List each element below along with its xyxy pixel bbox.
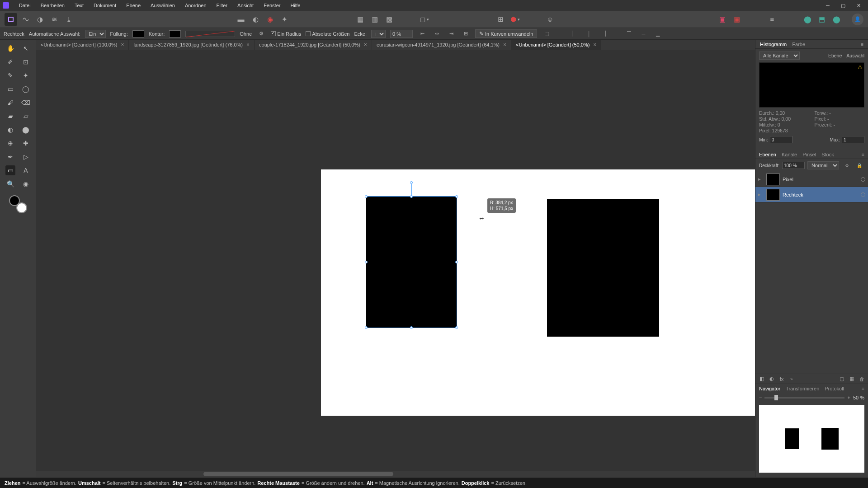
opacity-input[interactable] [782, 162, 805, 169]
layer-expand-icon[interactable]: ▸ [758, 192, 764, 197]
sync-icon[interactable]: ⬤ [801, 13, 814, 26]
align-left-icon[interactable]: ⇤ [417, 29, 427, 38]
assistant-icon[interactable]: ☺ [544, 13, 557, 26]
rotation-handle[interactable] [410, 181, 413, 184]
liquify-persona-icon[interactable] [19, 13, 32, 26]
account-avatar-icon[interactable]: 👤 [852, 14, 863, 25]
tab-histogram[interactable]: Histogramm [760, 42, 787, 47]
menu-auswählen[interactable]: Auswählen [146, 2, 179, 9]
crop-tool-icon[interactable]: ⊞ [494, 13, 507, 26]
horizontal-scrollbar[interactable] [36, 471, 755, 477]
close-tab-icon[interactable]: × [593, 42, 596, 48]
canvas-viewport[interactable]: B: 384,2 pxH: 571,5 px ⤢ [36, 50, 755, 471]
live-filter-icon[interactable]: ⌁ [788, 376, 795, 382]
valign-mid-icon[interactable]: ─ [638, 29, 648, 38]
halign-right-icon[interactable]: ▕ [599, 29, 609, 38]
delete-layer-icon[interactable]: 🗑 [858, 376, 865, 382]
autocolor-icon[interactable]: ◉ [264, 13, 276, 26]
order-front-icon[interactable]: ▣ [731, 13, 743, 26]
document-tab[interactable]: couple-1718244_1920.jpg [Geändert] (50,0… [255, 40, 372, 50]
zoom-slider[interactable] [764, 397, 844, 399]
zoom-tool-icon[interactable]: 🔍 [5, 179, 15, 189]
menu-ebene[interactable]: Ebene [122, 2, 145, 9]
convert-to-curves-button[interactable]: ✎In Kurven umwandeln [475, 29, 537, 38]
add-pixel-layer-icon[interactable]: ▦ [848, 376, 855, 382]
corner-value-input[interactable] [390, 30, 413, 38]
min-input[interactable] [770, 136, 793, 143]
layer-row[interactable]: ▸ Rechteck [755, 187, 868, 202]
selection-brush-icon[interactable]: ✎ [5, 70, 15, 80]
tab-transform[interactable]: Transformieren [786, 386, 819, 391]
autolevels-icon[interactable]: ▬ [235, 13, 247, 26]
order-back-icon[interactable]: ▣ [716, 13, 729, 26]
menu-bearbeiten[interactable]: Bearbeiten [36, 2, 69, 9]
tab-channels[interactable]: Kanäle [782, 152, 797, 157]
menu-fenster[interactable]: Fenster [259, 2, 285, 9]
menu-text[interactable]: Text [70, 2, 88, 9]
resize-handle-nw[interactable] [365, 195, 368, 198]
blend-mode-dropdown[interactable]: Normal [807, 161, 839, 169]
resize-handle-e[interactable] [455, 261, 458, 263]
color-picker-tool-icon[interactable]: ✐ [5, 57, 15, 67]
max-input[interactable] [842, 136, 864, 143]
stroke-width-slider[interactable] [185, 31, 235, 37]
pen-tool-icon[interactable]: ✒ [5, 152, 15, 162]
foreground-color-icon[interactable] [9, 195, 20, 206]
maximize-button[interactable]: ▢ [836, 1, 850, 10]
zoom-in-button[interactable]: + [847, 395, 850, 400]
menu-anordnen[interactable]: Anordnen [180, 2, 211, 9]
autoselect-dropdown[interactable]: Ein [85, 30, 106, 38]
hand-tool-icon[interactable]: ✋ [5, 43, 15, 53]
layer-visibility-toggle[interactable] [861, 192, 865, 197]
menu-filter[interactable]: Filter [212, 2, 232, 9]
develop-persona-icon[interactable]: ◑ [33, 13, 46, 26]
move-tool-icon[interactable]: ↖ [21, 43, 31, 53]
tab-color[interactable]: Farbe [792, 42, 805, 47]
eraser-tool-icon[interactable]: ⌫ [21, 98, 31, 108]
layer-expand-icon[interactable]: ▸ [758, 176, 764, 182]
tab-brushes[interactable]: Pinsel [802, 152, 816, 157]
export-persona-icon[interactable]: ⤓ [62, 13, 75, 26]
align-right-icon[interactable]: ⇥ [446, 29, 456, 38]
panel-menu-icon[interactable]: ≡ [861, 42, 863, 47]
tab-navigator[interactable]: Navigator [759, 386, 780, 391]
navigator-preview[interactable] [759, 405, 864, 473]
geometry-icon[interactable]: ⬚ [542, 29, 552, 38]
valign-bot-icon[interactable]: ▁ [653, 29, 663, 38]
resize-handle-sw[interactable] [365, 326, 368, 329]
align-more-icon[interactable]: ⊞ [461, 29, 471, 38]
stroke-swatch[interactable] [169, 30, 181, 38]
resize-handle-w[interactable] [365, 261, 368, 263]
stroke-settings-button[interactable]: ⚙ [256, 29, 266, 38]
resize-handle-se[interactable] [455, 326, 458, 329]
node-tool-icon[interactable]: ▷ [21, 152, 31, 162]
close-tab-icon[interactable]: × [364, 42, 367, 48]
corner-style-dropdown[interactable]: ▢ [371, 30, 386, 38]
dodge-tool-icon[interactable]: ◐ [5, 125, 15, 135]
flood-select-icon[interactable]: ✦ [21, 70, 31, 80]
menu-ansicht[interactable]: Ansicht [233, 2, 258, 9]
photo-persona-icon[interactable] [5, 13, 17, 26]
add-layer-icon[interactable]: ▢ [838, 376, 845, 382]
autowhite-icon[interactable]: ✦ [278, 13, 291, 26]
grid-all-icon[interactable]: ▩ [383, 13, 396, 26]
grid-none-icon[interactable]: ▦ [354, 13, 367, 26]
zoom-out-button[interactable]: − [759, 395, 762, 400]
nav-menu-icon[interactable]: ≡ [862, 386, 864, 391]
layer-row[interactable]: ▸ Pixel [755, 172, 868, 187]
close-tab-icon[interactable]: × [246, 42, 250, 48]
adjust-layer-icon[interactable]: ◐ [768, 376, 775, 382]
close-tab-icon[interactable]: × [121, 42, 124, 48]
tab-history[interactable]: Protokoll [825, 386, 844, 391]
link-icon[interactable]: ⬤ [830, 13, 843, 26]
marquee-tool-icon[interactable]: ▭ [5, 84, 15, 94]
tab-layers[interactable]: Ebenen [759, 152, 776, 157]
text-tool-icon[interactable]: A [21, 165, 31, 175]
tab-stock[interactable]: Stock [821, 152, 834, 157]
burn-tool-icon[interactable]: ⬤ [21, 125, 31, 135]
selected-rectangle[interactable] [366, 197, 457, 328]
document-tab[interactable]: landscape-3127859_1920.jpg [Geändert] (7… [129, 40, 255, 50]
layer-fx-icon[interactable]: ⚙ [842, 161, 852, 170]
grid-split-icon[interactable]: ▥ [368, 13, 381, 26]
view-tool-icon[interactable]: ◉ [21, 179, 31, 189]
